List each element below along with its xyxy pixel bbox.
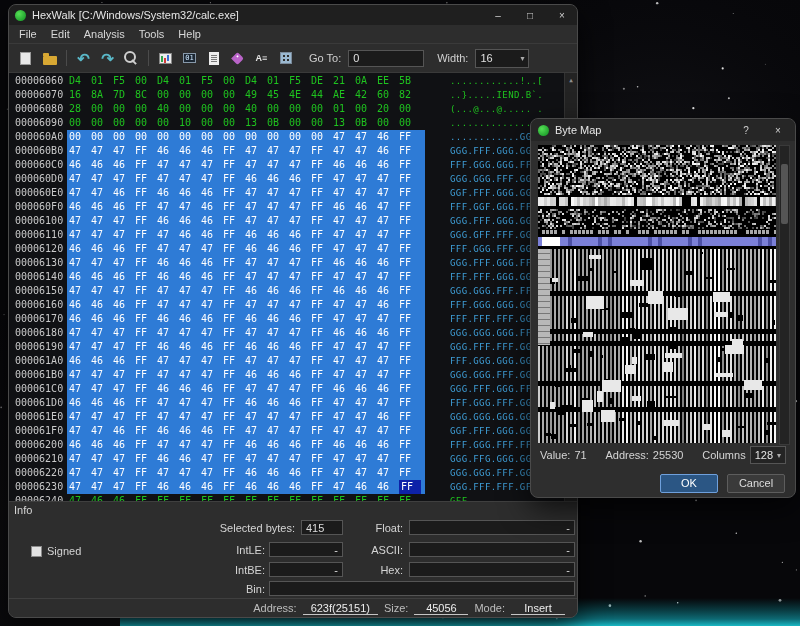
hex-byte[interactable]: 00 bbox=[69, 130, 91, 144]
hex-byte[interactable]: FF bbox=[311, 424, 333, 438]
hex-byte[interactable]: 46 bbox=[201, 480, 223, 494]
hex-byte[interactable]: 47 bbox=[201, 410, 223, 424]
hex-byte[interactable]: 47 bbox=[201, 452, 223, 466]
hex-byte[interactable]: 47 bbox=[245, 200, 267, 214]
hex-byte[interactable]: FF bbox=[311, 396, 333, 410]
intle-input[interactable] bbox=[269, 542, 343, 557]
hex-byte[interactable]: FF bbox=[399, 158, 421, 172]
hex-byte[interactable]: 82 bbox=[399, 88, 421, 102]
hex-byte[interactable]: FF bbox=[311, 494, 333, 501]
hex-byte[interactable]: 49 bbox=[245, 88, 267, 102]
hex-byte[interactable]: FF bbox=[135, 242, 157, 256]
hex-byte[interactable]: 47 bbox=[113, 480, 135, 494]
byte-map-button[interactable] bbox=[275, 48, 296, 69]
hex-byte[interactable]: FF bbox=[135, 270, 157, 284]
hex-byte[interactable]: FF bbox=[135, 256, 157, 270]
hex-byte[interactable]: 46 bbox=[267, 228, 289, 242]
hex-byte[interactable]: 47 bbox=[267, 424, 289, 438]
hex-byte[interactable]: 47 bbox=[355, 354, 377, 368]
hex-byte[interactable]: 46 bbox=[113, 186, 135, 200]
hex-byte[interactable]: D4 bbox=[245, 74, 267, 88]
hex-byte[interactable]: 46 bbox=[289, 284, 311, 298]
hex-byte[interactable]: 46 bbox=[333, 158, 355, 172]
hex-byte[interactable]: FF bbox=[311, 312, 333, 326]
hex-byte[interactable]: 46 bbox=[69, 312, 91, 326]
hex-byte[interactable]: 46 bbox=[377, 130, 399, 144]
hex-byte[interactable]: 46 bbox=[289, 242, 311, 256]
hex-byte[interactable]: 44 bbox=[311, 88, 333, 102]
hex-byte[interactable]: 46 bbox=[113, 298, 135, 312]
hex-byte[interactable]: 47 bbox=[157, 354, 179, 368]
hex-byte[interactable]: 47 bbox=[267, 256, 289, 270]
hex-byte[interactable]: FF bbox=[289, 494, 311, 501]
bin-input[interactable] bbox=[269, 581, 575, 596]
hex-byte[interactable]: FF bbox=[223, 354, 245, 368]
hex-byte[interactable]: 46 bbox=[201, 312, 223, 326]
hex-byte[interactable]: 00 bbox=[223, 116, 245, 130]
hex-byte[interactable]: 47 bbox=[113, 172, 135, 186]
hex-byte[interactable]: 46 bbox=[333, 200, 355, 214]
hex-byte[interactable]: 47 bbox=[289, 200, 311, 214]
hex-byte[interactable]: 46 bbox=[69, 396, 91, 410]
hex-byte[interactable]: 47 bbox=[355, 186, 377, 200]
hex-byte[interactable]: 47 bbox=[201, 326, 223, 340]
hex-byte[interactable]: FF bbox=[223, 382, 245, 396]
hex-byte[interactable]: FF bbox=[223, 452, 245, 466]
hex-byte[interactable]: 47 bbox=[157, 242, 179, 256]
hex-byte[interactable]: 46 bbox=[91, 494, 113, 501]
hex-byte[interactable]: FF bbox=[399, 312, 421, 326]
hex-byte[interactable]: 47 bbox=[267, 186, 289, 200]
chart-button[interactable] bbox=[155, 48, 176, 69]
hex-byte[interactable]: 47 bbox=[179, 242, 201, 256]
hex-byte[interactable]: 47 bbox=[377, 186, 399, 200]
hex-byte[interactable]: 47 bbox=[377, 214, 399, 228]
hex-byte[interactable]: 46 bbox=[201, 424, 223, 438]
hex-byte[interactable]: 47 bbox=[157, 298, 179, 312]
hex-byte[interactable]: 47 bbox=[355, 410, 377, 424]
hex-byte[interactable]: 00 bbox=[157, 130, 179, 144]
hex-byte[interactable]: 47 bbox=[333, 354, 355, 368]
byte-map-scrollbar[interactable] bbox=[779, 145, 790, 445]
hex-byte[interactable]: 47 bbox=[69, 326, 91, 340]
hex-byte[interactable]: FF bbox=[245, 494, 267, 501]
hex-byte[interactable]: FF bbox=[311, 410, 333, 424]
ascii-cell[interactable]: ..}.....IEND.B`. bbox=[450, 88, 543, 102]
hex-byte[interactable]: FF bbox=[399, 452, 421, 466]
hex-byte[interactable]: 00 bbox=[135, 116, 157, 130]
hex-byte[interactable]: 47 bbox=[91, 326, 113, 340]
hex-byte[interactable]: 47 bbox=[113, 382, 135, 396]
hex-byte[interactable]: 00 bbox=[201, 116, 223, 130]
hex-byte[interactable]: 47 bbox=[355, 172, 377, 186]
hex-byte[interactable]: 47 bbox=[333, 270, 355, 284]
hex-byte[interactable]: FF bbox=[223, 410, 245, 424]
hex-byte[interactable]: 46 bbox=[91, 298, 113, 312]
hex-byte[interactable]: 00 bbox=[201, 88, 223, 102]
hex-byte[interactable]: 47 bbox=[267, 158, 289, 172]
hex-byte[interactable]: 42 bbox=[355, 88, 377, 102]
hex-byte[interactable]: 47 bbox=[91, 228, 113, 242]
hex-byte[interactable]: FF bbox=[135, 340, 157, 354]
hex-byte[interactable]: 47 bbox=[157, 466, 179, 480]
hex-byte[interactable]: 46 bbox=[179, 424, 201, 438]
hex-byte[interactable]: 47 bbox=[377, 172, 399, 186]
hex-byte[interactable]: 47 bbox=[113, 144, 135, 158]
hex-byte[interactable]: 46 bbox=[157, 340, 179, 354]
strings-button[interactable]: A≡ bbox=[251, 48, 272, 69]
hex-byte[interactable]: FF bbox=[311, 284, 333, 298]
hex-byte[interactable]: 47 bbox=[333, 186, 355, 200]
hex-byte[interactable]: 46 bbox=[377, 284, 399, 298]
hex-byte[interactable]: 47 bbox=[267, 382, 289, 396]
hex-byte[interactable]: 47 bbox=[69, 144, 91, 158]
hex-byte[interactable]: FF bbox=[157, 494, 179, 501]
hex-byte[interactable]: 00 bbox=[399, 102, 421, 116]
hex-byte[interactable]: 46 bbox=[333, 382, 355, 396]
hex-byte[interactable]: 47 bbox=[333, 228, 355, 242]
hex-byte[interactable]: 47 bbox=[91, 186, 113, 200]
hex-byte[interactable]: 00 bbox=[91, 102, 113, 116]
hex-byte[interactable]: 46 bbox=[179, 256, 201, 270]
hex-byte[interactable]: 47 bbox=[245, 452, 267, 466]
hex-byte[interactable]: FF bbox=[135, 214, 157, 228]
hex-byte[interactable]: 46 bbox=[267, 172, 289, 186]
hex-byte[interactable]: 0A bbox=[355, 74, 377, 88]
hex-byte[interactable]: FF bbox=[399, 494, 421, 501]
